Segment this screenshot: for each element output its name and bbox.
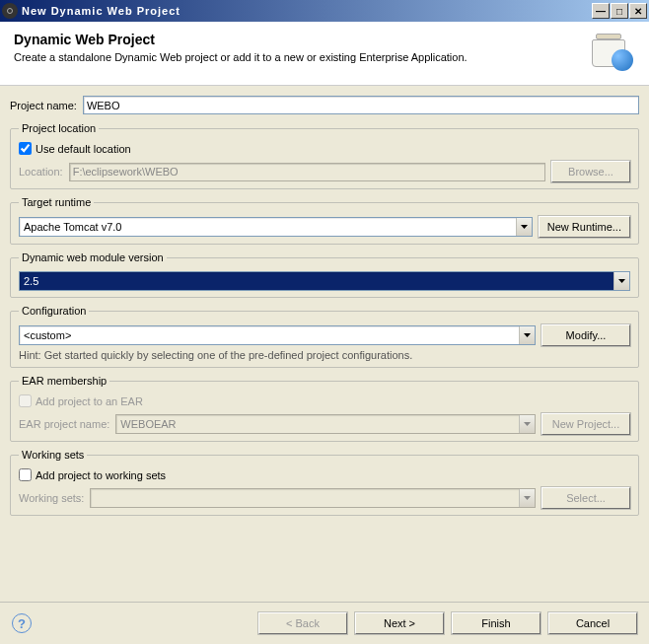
chevron-down-icon bbox=[519, 326, 535, 344]
ear-membership-group: EAR membership Add project to an EAR EAR… bbox=[10, 375, 639, 442]
finish-button[interactable]: Finish bbox=[452, 612, 541, 634]
working-sets-group: Working sets Add project to working sets… bbox=[10, 449, 639, 516]
modify-configuration-button[interactable]: Modify... bbox=[541, 324, 630, 346]
eclipse-icon bbox=[2, 3, 18, 19]
globe-icon bbox=[612, 49, 633, 71]
cancel-button[interactable]: Cancel bbox=[548, 612, 637, 634]
next-button[interactable]: Next > bbox=[355, 612, 444, 634]
svg-marker-4 bbox=[524, 496, 531, 500]
configuration-group: Configuration <custom> Modify... Hint: G… bbox=[10, 305, 639, 368]
svg-marker-2 bbox=[524, 333, 531, 337]
page-title: Dynamic Web Project bbox=[14, 32, 588, 47]
page-description: Create a standalone Dynamic Web project … bbox=[14, 51, 588, 63]
content-area: Project name: Project location Use defau… bbox=[0, 86, 649, 527]
select-working-sets-button: Select... bbox=[541, 487, 630, 509]
chevron-down-icon bbox=[516, 218, 532, 236]
new-ear-project-button: New Project... bbox=[541, 413, 630, 435]
window-buttons: — □ ✕ bbox=[592, 3, 647, 19]
module-version-value: 2.5 bbox=[20, 275, 613, 287]
module-version-legend: Dynamic web module version bbox=[19, 251, 167, 263]
configuration-select[interactable]: <custom> bbox=[19, 325, 536, 345]
svg-marker-0 bbox=[521, 225, 528, 229]
working-sets-label: Working sets: bbox=[19, 492, 84, 504]
module-version-group: Dynamic web module version 2.5 bbox=[10, 251, 639, 298]
use-default-location-checkbox[interactable] bbox=[19, 142, 32, 155]
ear-name-label: EAR project name: bbox=[19, 418, 109, 430]
help-icon[interactable]: ? bbox=[12, 613, 32, 633]
svg-marker-1 bbox=[618, 279, 625, 283]
wizard-footer: ? < Back Next > Finish Cancel bbox=[0, 602, 649, 644]
chevron-down-icon bbox=[519, 489, 535, 507]
configuration-hint: Hint: Get started quickly by selecting o… bbox=[19, 349, 630, 361]
ear-name-value: WEBOEAR bbox=[116, 418, 519, 430]
working-sets-legend: Working sets bbox=[19, 449, 87, 461]
wizard-banner-icon bbox=[588, 32, 635, 73]
project-name-input[interactable] bbox=[83, 96, 639, 114]
module-version-select[interactable]: 2.5 bbox=[19, 271, 630, 291]
chevron-down-icon bbox=[519, 415, 535, 433]
project-name-label: Project name: bbox=[10, 100, 77, 111]
configuration-value: <custom> bbox=[20, 329, 519, 341]
use-default-location-row: Use default location bbox=[19, 142, 630, 155]
target-runtime-value: Apache Tomcat v7.0 bbox=[20, 221, 516, 233]
target-runtime-legend: Target runtime bbox=[19, 196, 94, 208]
add-to-working-sets-checkbox[interactable] bbox=[19, 468, 32, 481]
add-to-working-sets-label: Add project to working sets bbox=[36, 469, 166, 481]
wizard-header: Dynamic Web Project Create a standalone … bbox=[0, 22, 649, 86]
ear-name-select: WEBOEAR bbox=[115, 414, 536, 434]
svg-marker-3 bbox=[524, 422, 531, 426]
project-location-group: Project location Use default location Lo… bbox=[10, 122, 639, 189]
location-path-input bbox=[69, 163, 545, 181]
add-to-ear-label: Add project to an EAR bbox=[36, 395, 143, 407]
location-path-label: Location: bbox=[19, 166, 63, 178]
new-runtime-button[interactable]: New Runtime... bbox=[539, 216, 630, 238]
add-to-ear-row: Add project to an EAR bbox=[19, 394, 630, 407]
project-name-row: Project name: bbox=[10, 96, 639, 114]
window-title: New Dynamic Web Project bbox=[22, 5, 592, 17]
back-button: < Back bbox=[258, 612, 347, 634]
close-button[interactable]: ✕ bbox=[629, 3, 647, 19]
titlebar: New Dynamic Web Project — □ ✕ bbox=[0, 0, 649, 22]
maximize-button[interactable]: □ bbox=[611, 3, 628, 19]
configuration-legend: Configuration bbox=[19, 305, 89, 317]
add-to-working-sets-row: Add project to working sets bbox=[19, 468, 630, 481]
add-to-ear-checkbox bbox=[19, 394, 32, 407]
working-sets-select bbox=[90, 488, 536, 508]
target-runtime-select[interactable]: Apache Tomcat v7.0 bbox=[19, 217, 533, 237]
use-default-location-label: Use default location bbox=[36, 143, 131, 155]
ear-legend: EAR membership bbox=[19, 375, 109, 387]
target-runtime-group: Target runtime Apache Tomcat v7.0 New Ru… bbox=[10, 196, 639, 245]
project-location-legend: Project location bbox=[19, 122, 99, 134]
browse-location-button: Browse... bbox=[551, 161, 630, 182]
chevron-down-icon bbox=[613, 272, 629, 290]
minimize-button[interactable]: — bbox=[592, 3, 610, 19]
